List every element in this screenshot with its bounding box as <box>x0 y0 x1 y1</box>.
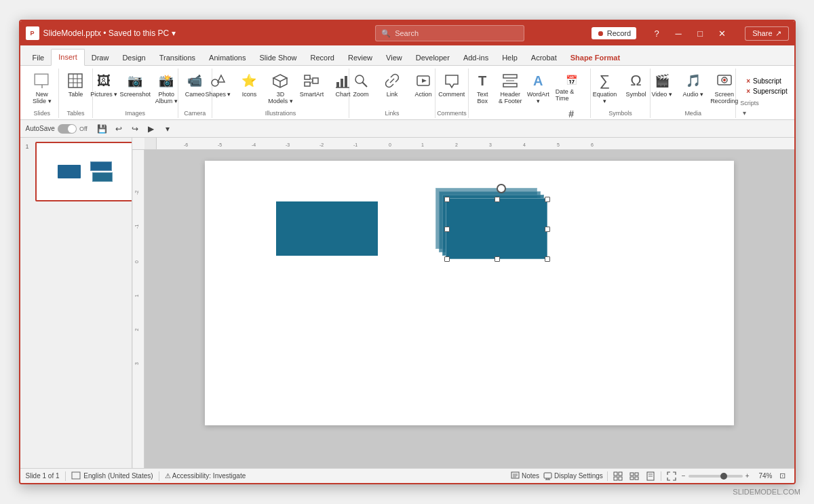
smartart-button[interactable]: SmartArt <box>296 70 326 100</box>
svg-text:1: 1 <box>134 294 139 297</box>
equation-icon: ∑ <box>596 71 615 90</box>
zoom-slider[interactable]: − + <box>682 472 750 480</box>
zoom-track[interactable] <box>689 475 743 478</box>
slide-sorter-button[interactable] <box>628 470 640 482</box>
shape-stack-1[interactable] <box>435 188 547 259</box>
new-slide-button[interactable]: NewSlide ▾ <box>27 70 57 106</box>
audio-button[interactable]: 🎵 Audio ▾ <box>678 70 708 100</box>
tab-animations[interactable]: Animations <box>202 50 252 65</box>
zoom-plus[interactable]: + <box>745 472 750 480</box>
wordart-button[interactable]: A WordArt ▾ <box>525 70 551 106</box>
thumb-shape-1 <box>58 165 81 178</box>
tab-insert[interactable]: Insert <box>51 49 85 66</box>
more-button[interactable]: ▾ <box>740 108 749 118</box>
tab-design[interactable]: Design <box>115 50 152 65</box>
save-button[interactable]: 💾 <box>96 122 109 136</box>
ribbon-tabs: File Insert Draw Design Transitions Anim… <box>20 45 794 66</box>
tab-developer[interactable]: Developer <box>409 50 457 65</box>
normal-view-button[interactable] <box>612 470 624 482</box>
icons-button[interactable]: ⭐ Icons <box>234 70 264 100</box>
handle-tr[interactable] <box>545 197 550 202</box>
minimize-button[interactable]: ─ <box>669 24 688 43</box>
shapes-button[interactable]: Shapes ▾ <box>203 70 233 100</box>
thumb-shape-2a <box>90 161 112 171</box>
equation-button[interactable]: ∑ Equation ▾ <box>590 70 620 106</box>
pictures-button[interactable]: 🖼 Pictures ▾ <box>89 70 119 100</box>
search-box[interactable]: 🔍 Search <box>375 25 524 41</box>
tab-help[interactable]: Help <box>495 50 524 65</box>
photo-album-button[interactable]: 📸 PhotoAlbum ▾ <box>151 70 181 106</box>
date-time-button[interactable]: 📅 Date & Time <box>553 71 590 104</box>
slide-thumbnail-1[interactable] <box>35 142 132 201</box>
svg-rect-17 <box>341 79 343 88</box>
screenshot-button[interactable]: 📷 Screenshot <box>120 70 150 100</box>
present-start-button[interactable]: ▶ <box>144 122 158 136</box>
display-settings-button[interactable]: Display Settings <box>543 471 603 480</box>
zoom-minus[interactable]: − <box>682 472 686 480</box>
tab-slide-show[interactable]: Slide Show <box>252 50 303 65</box>
handle-tm[interactable] <box>495 197 500 202</box>
action-button[interactable]: Action <box>408 70 438 100</box>
svg-text:-6: -6 <box>184 142 188 147</box>
handle-bl[interactable] <box>444 256 450 262</box>
video-button[interactable]: 🎬 Video ▾ <box>647 70 677 100</box>
handle-bm[interactable] <box>495 256 500 262</box>
svg-text:-1: -1 <box>353 142 357 147</box>
close-button[interactable]: ✕ <box>712 24 731 43</box>
handle-ml[interactable] <box>444 227 450 232</box>
wordart-label: WordArt ▾ <box>526 92 550 105</box>
handle-mr[interactable] <box>545 227 550 232</box>
accessibility-label[interactable]: ⚠ Accessibility: Investigate <box>165 472 246 480</box>
superscript-button[interactable]: × Superscript <box>744 87 789 96</box>
table-button[interactable]: Table <box>60 70 90 100</box>
question-button[interactable]: ? <box>647 24 666 43</box>
reading-view-button[interactable] <box>644 470 657 482</box>
slide-number-button[interactable]: # Slide Number <box>553 105 590 120</box>
shape-rectangle-1[interactable] <box>276 201 378 256</box>
customize-qa-button[interactable]: ▾ <box>161 122 174 136</box>
maximize-button[interactable]: □ <box>691 24 710 43</box>
header-footer-button[interactable]: Header& Footer <box>497 70 524 106</box>
svg-point-8 <box>212 79 218 86</box>
tab-shape-format[interactable]: Shape Format <box>564 50 627 65</box>
handle-tl[interactable] <box>444 197 450 202</box>
textbox-button[interactable]: T TextBox <box>469 70 496 106</box>
tab-review[interactable]: Review <box>341 50 379 65</box>
rotation-handle[interactable] <box>497 184 506 193</box>
link-button[interactable]: Link <box>377 70 407 100</box>
tab-record[interactable]: Record <box>304 50 341 65</box>
zoom-level[interactable]: 74% <box>754 472 773 480</box>
symbol-label: Symbol <box>626 92 646 98</box>
ribbon-group-tables: Table Tables <box>59 69 93 118</box>
tab-acrobat[interactable]: Acrobat <box>524 50 564 65</box>
comment-button[interactable]: Comment <box>437 70 467 100</box>
undo-button[interactable]: ↩ <box>112 122 125 136</box>
subscript-button[interactable]: × Subscript <box>744 77 789 85</box>
3d-models-button[interactable]: 3DModels ▾ <box>265 70 295 106</box>
fit-slide-button[interactable] <box>665 470 678 482</box>
redo-button[interactable]: ↪ <box>128 122 142 136</box>
handle-br[interactable] <box>545 256 550 262</box>
svg-rect-56 <box>544 473 551 478</box>
tab-add-ins[interactable]: Add-ins <box>457 50 495 65</box>
slide-canvas[interactable] <box>205 161 734 425</box>
tab-transitions[interactable]: Transitions <box>153 50 202 65</box>
cameo-icon: 📹 <box>185 71 204 90</box>
title-bar-center: 🔍 Search <box>309 25 592 41</box>
status-left: Slide 1 of 1 English (United States) ⚠ A… <box>26 471 505 481</box>
share-button[interactable]: Share ↗ <box>745 26 788 41</box>
record-button[interactable]: ⏺ Record <box>592 27 636 39</box>
zoom-button[interactable]: Zoom <box>346 70 376 100</box>
zoom-to-fit-button[interactable]: ⊡ <box>777 470 789 482</box>
ribbon-group-comments-items: Comment <box>437 69 467 110</box>
tab-view[interactable]: View <box>379 50 409 65</box>
status-right: Notes Display Settings − <box>511 470 789 482</box>
notes-button[interactable]: Notes <box>511 471 539 480</box>
screen-recording-button[interactable]: ScreenRecording <box>710 70 739 106</box>
tab-draw[interactable]: Draw <box>85 50 116 65</box>
slides-panel: 1 <box>20 138 132 468</box>
svg-point-29 <box>723 79 726 81</box>
title-bar-controls: ⏺ Record ? ─ □ ✕ Share ↗ <box>592 24 789 43</box>
tab-file[interactable]: File <box>26 50 52 65</box>
autosave-switch[interactable] <box>58 124 77 134</box>
